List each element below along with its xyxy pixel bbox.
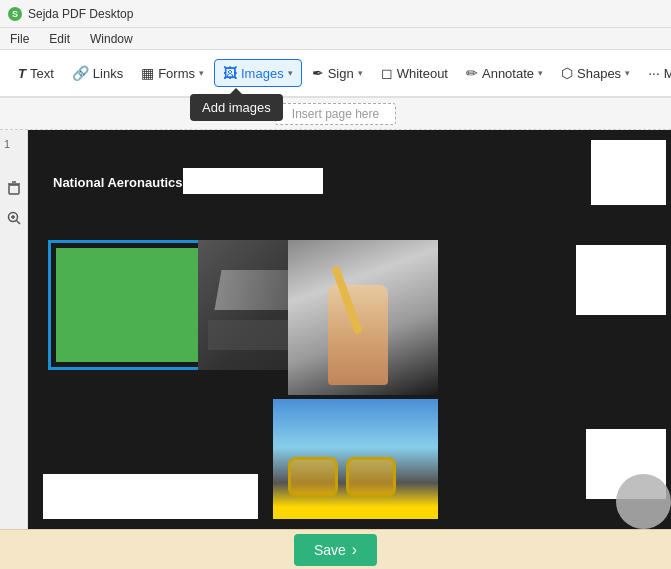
image-selection-box[interactable] [48,240,213,370]
whiteout-rect-3[interactable] [576,245,666,315]
tool-text[interactable]: T Text [10,61,62,86]
menu-bar: File Edit Window [0,28,671,50]
sign-icon: ✒ [312,65,324,81]
whiteout-icon: ◻ [381,65,393,81]
tool-shapes[interactable]: ⬡ Shapes ▾ [553,60,638,86]
images-icon: 🖼 [223,65,237,81]
save-chevron-icon: › [352,541,357,559]
tool-forms[interactable]: ▦ Forms ▾ [133,60,212,86]
zoom-icon [6,210,22,226]
menu-file[interactable]: File [6,30,33,48]
tool-more[interactable]: ··· More ▾ [640,60,671,86]
insert-page-button[interactable]: Insert page here [275,103,396,125]
nasa-label: National Aeronautics [53,175,183,190]
text-icon: T [18,66,26,81]
hand-photo [288,240,438,395]
whiteout-rect-2[interactable] [591,140,666,205]
images-caret: ▾ [288,68,293,78]
svg-rect-0 [9,185,19,194]
trash-icon [6,180,22,196]
left-sidebar: 1 [0,130,28,529]
tool-whiteout[interactable]: ◻ Whiteout [373,60,456,86]
pdf-area: National Aeronautics [28,130,671,529]
bottom-bar: Save › [0,529,671,569]
shapes-caret: ▾ [625,68,630,78]
page-number: 1 [4,138,10,150]
svg-line-4 [16,221,20,225]
tool-annotate[interactable]: ✏ Annotate ▾ [458,60,551,86]
sidebar-zoom-btn[interactable] [4,208,24,228]
whiteout-rect-4[interactable] [43,474,258,519]
main-area: 1 National Aeronautics [0,130,671,529]
app-icon: S [8,7,22,21]
green-image [56,248,205,362]
whiteout-rect-1[interactable] [183,168,323,194]
pdf-page: National Aeronautics [28,130,671,529]
insert-page-bar: Insert page here [0,98,671,130]
annotate-icon: ✏ [466,65,478,81]
menu-edit[interactable]: Edit [45,30,74,48]
save-button[interactable]: Save › [294,534,377,566]
circle-overlay [616,474,671,529]
forms-icon: ▦ [141,65,154,81]
tool-sign[interactable]: ✒ Sign ▾ [304,60,371,86]
title-bar: S Sejda PDF Desktop [0,0,671,28]
toolbar: T Text 🔗 Links ▦ Forms ▾ 🖼 Images ▾ ✒ Si… [0,50,671,98]
shapes-icon: ⬡ [561,65,573,81]
app-title: Sejda PDF Desktop [28,7,133,21]
sidebar-delete-btn[interactable] [4,178,24,198]
tool-links[interactable]: 🔗 Links [64,60,131,86]
forms-caret: ▾ [199,68,204,78]
add-images-tooltip: Add images [190,94,283,121]
tool-images[interactable]: 🖼 Images ▾ [214,59,302,87]
sign-caret: ▾ [358,68,363,78]
glasses-photo [273,399,438,519]
more-icon: ··· [648,65,660,81]
link-icon: 🔗 [72,65,89,81]
menu-window[interactable]: Window [86,30,137,48]
annotate-caret: ▾ [538,68,543,78]
